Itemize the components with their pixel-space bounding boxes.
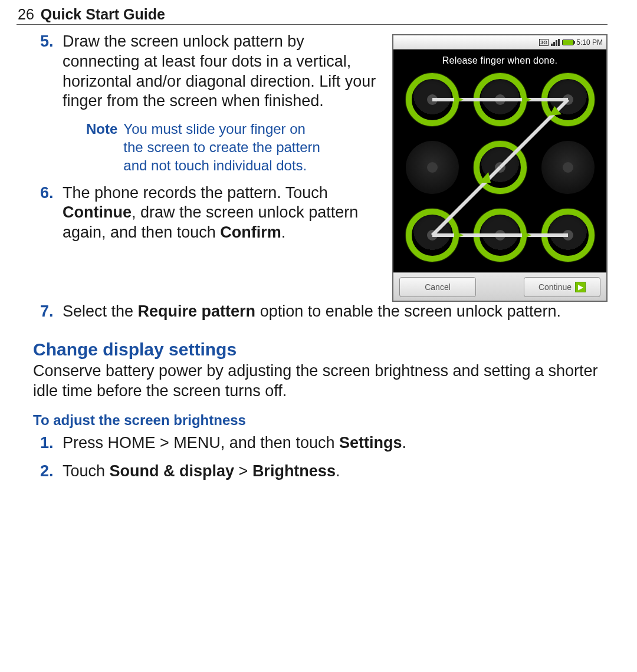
brightness-step-1: 1. Press HOME > MENU, and then touch Set… — [63, 433, 608, 453]
section-intro: Conserve battery power by adjusting the … — [33, 361, 608, 401]
signal-icon — [551, 39, 560, 46]
phone-screenshot: 3G 5:10 PM Release finger when done. — [392, 34, 608, 302]
battery-icon — [562, 39, 574, 45]
guide-title: Quick Start Guide — [41, 6, 165, 22]
note-label: Note — [86, 120, 117, 175]
step-text: Press HOME > MENU, and then touch Settin… — [63, 434, 406, 452]
pattern-dot-5[interactable] — [541, 141, 595, 194]
step-text: Select the Require pattern option to ena… — [63, 302, 561, 320]
pattern-dot-4[interactable] — [474, 141, 527, 194]
pattern-dot-0[interactable] — [406, 73, 459, 126]
page-header: 26 Quick Start Guide — [17, 6, 608, 25]
pattern-dot-2[interactable] — [541, 73, 595, 126]
page-number: 26 — [18, 6, 34, 22]
step-text: Draw the screen unlock pattern by connec… — [63, 32, 376, 110]
pattern-dot-8[interactable] — [541, 209, 595, 262]
step-number: 6. — [40, 183, 54, 203]
pattern-instruction: Release finger when done. — [393, 50, 606, 73]
step-number: 5. — [40, 32, 54, 52]
document-page: 26 Quick Start Guide 5. Draw the screen … — [0, 0, 637, 513]
step-5: 5. Draw the screen unlock pattern by con… — [63, 32, 382, 111]
step-text: Touch Sound & display > Brightness. — [63, 462, 340, 480]
text-column: 5. Draw the screen unlock pattern by con… — [17, 32, 382, 251]
brightness-step-2: 2. Touch Sound & display > Brightness. — [63, 462, 608, 482]
continue-arrow-icon: ▶ — [575, 282, 586, 292]
note-block: Note You must slide your finger on the s… — [86, 120, 382, 175]
pattern-grid[interactable] — [400, 73, 600, 268]
clock: 5:10 PM — [576, 38, 603, 47]
pattern-dot-3[interactable] — [406, 141, 459, 194]
continue-button[interactable]: Continue ▶ — [524, 277, 600, 297]
phone-figure: 3G 5:10 PM Release finger when done. — [392, 34, 608, 302]
cancel-button[interactable]: Cancel — [399, 277, 476, 297]
step-6: 6. The phone records the pattern. Touch … — [63, 183, 382, 243]
button-bar: Cancel Continue ▶ — [393, 272, 606, 301]
step-text: The phone records the pattern. Touch Con… — [63, 184, 358, 242]
step-7: 7. Select the Require pattern option to … — [63, 302, 608, 322]
pattern-dot-7[interactable] — [474, 209, 527, 262]
note-text: You must slide your finger on the screen… — [123, 120, 324, 175]
subsection-brightness: To adjust the screen brightness — [33, 412, 608, 429]
pattern-dot-1[interactable] — [474, 73, 527, 126]
step-number: 2. — [40, 462, 54, 482]
network-icon: 3G — [539, 39, 549, 46]
step-number: 1. — [40, 433, 54, 453]
section-heading-display: Change display settings — [33, 340, 608, 360]
status-bar: 3G 5:10 PM — [393, 35, 606, 50]
pattern-dot-6[interactable] — [406, 209, 459, 262]
step-number: 7. — [40, 302, 54, 322]
